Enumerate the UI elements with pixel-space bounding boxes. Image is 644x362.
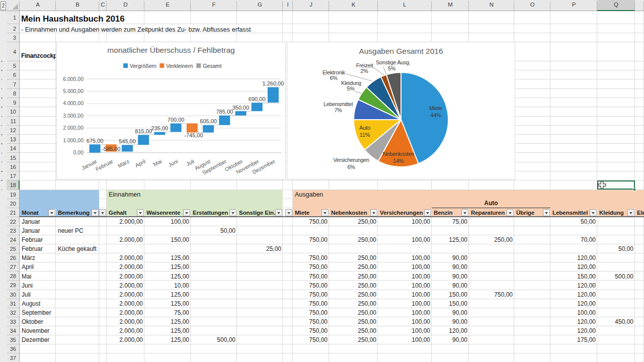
svg-text:5%: 5%	[388, 65, 396, 71]
svg-text:2.000,00: 2.000,00	[63, 125, 84, 131]
svg-text:5%: 5%	[347, 85, 355, 92]
svg-text:1.000,00: 1.000,00	[63, 137, 84, 143]
svg-text:1.260,00: 1.260,00	[262, 80, 284, 86]
svg-text:3.000,00: 3.000,00	[63, 113, 84, 119]
svg-text:545,00: 545,00	[119, 138, 136, 144]
svg-text:Juni: Juni	[167, 158, 179, 168]
svg-text:0,00: 0,00	[73, 149, 84, 155]
svg-text:6%: 6%	[347, 164, 355, 170]
svg-text:Sonstige Ausg.: Sonstige Ausg.	[376, 59, 411, 65]
svg-text:monatlicher Überschuss / Fehlb: monatlicher Überschuss / Fehlbetrag	[107, 46, 234, 54]
svg-text:6%: 6%	[330, 75, 338, 81]
svg-text:675,00: 675,00	[86, 138, 103, 144]
svg-text:5.000,00: 5.000,00	[63, 88, 84, 94]
svg-text:März: März	[117, 158, 130, 169]
svg-text:Mai: Mai	[152, 158, 163, 167]
svg-text:690,00: 690,00	[248, 96, 265, 102]
svg-text:Miete: Miete	[429, 105, 442, 111]
svg-text:-745,00: -745,00	[184, 132, 203, 138]
svg-text:Kleidung: Kleidung	[341, 80, 361, 86]
svg-text:Versicherungen: Versicherungen	[333, 157, 369, 163]
svg-text:Gesamt: Gesamt	[203, 63, 221, 69]
svg-text:815,00: 815,00	[135, 128, 152, 134]
svg-text:11%: 11%	[360, 132, 370, 138]
svg-text:350,00: 350,00	[232, 105, 249, 111]
svg-text:Verkleinern: Verkleinern	[166, 63, 193, 69]
svg-text:Auto: Auto	[359, 125, 370, 131]
svg-text:4.000,00: 4.000,00	[63, 100, 84, 106]
svg-text:14%: 14%	[393, 158, 404, 164]
svg-text:Februar: Februar	[94, 158, 114, 172]
svg-text:-585,00: -585,00	[102, 146, 120, 152]
svg-text:44%: 44%	[430, 112, 441, 118]
svg-text:7%: 7%	[334, 107, 342, 113]
svg-text:235,00: 235,00	[151, 125, 168, 131]
svg-text:Ausgaben Gesamt 2016: Ausgaben Gesamt 2016	[359, 47, 443, 55]
svg-text:Vergrößern: Vergrößern	[130, 63, 156, 69]
svg-text:605,00: 605,00	[200, 118, 217, 124]
svg-text:6.000,00: 6.000,00	[63, 76, 84, 82]
svg-text:700,00: 700,00	[167, 117, 184, 123]
svg-text:Nebenkosten: Nebenkosten	[382, 151, 414, 157]
svg-text:Lebensmittel: Lebensmittel	[324, 101, 353, 107]
svg-text:785,00: 785,00	[216, 109, 233, 115]
svg-text:April: April	[134, 158, 146, 168]
svg-text:2%: 2%	[360, 68, 368, 74]
